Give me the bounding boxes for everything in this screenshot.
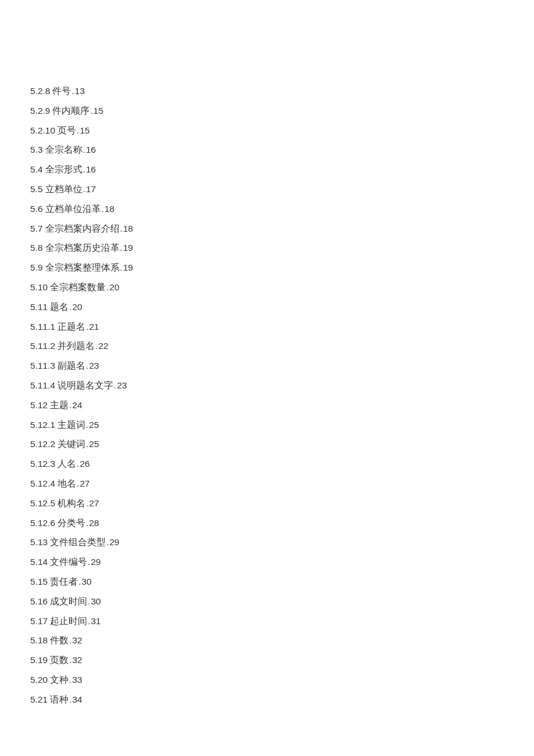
toc-separator: . [77, 478, 79, 488]
toc-separator: . [120, 243, 122, 253]
table-of-contents: 5.2.8件号.135.2.9件内顺序.155.2.10页号.155.3全宗名称… [30, 81, 505, 710]
toc-entry: 5.3全宗名称.16 [30, 140, 505, 160]
toc-entry: 5.13文件组合类型.29 [30, 532, 505, 552]
toc-entry-page: 21 [89, 322, 99, 332]
toc-entry-title: 文件组合类型 [50, 537, 106, 547]
toc-entry-title: 主题词 [57, 420, 85, 430]
toc-entry-title: 并列题名 [57, 341, 95, 351]
toc-entry-page: 15 [93, 106, 103, 116]
toc-entry-title: 全宗档案内容介绍 [45, 224, 120, 233]
toc-entry-page: 19 [123, 262, 133, 272]
toc-entry-title: 责任者 [50, 577, 78, 586]
toc-entry: 5.2.8件号.13 [30, 81, 505, 101]
toc-entry-title: 全宗名称 [45, 145, 82, 154]
toc-separator: . [120, 224, 122, 233]
toc-entry-page: 13 [75, 86, 85, 96]
toc-entry-title: 分类号 [57, 518, 85, 528]
toc-entry: 5.12主题.24 [30, 395, 505, 415]
toc-entry-page: 16 [86, 164, 96, 174]
toc-entry: 5.9全宗档案整理体系.19 [30, 258, 505, 278]
toc-separator: . [88, 557, 90, 567]
toc-entry-title: 关键词 [57, 439, 85, 449]
toc-separator: . [83, 184, 85, 194]
toc-entry: 5.19页数.32 [30, 650, 505, 670]
toc-entry-number: 5.3 [30, 145, 43, 154]
toc-entry: 5.17起止时间.31 [30, 611, 505, 631]
toc-entry-page: 32 [72, 635, 82, 645]
toc-entry: 5.11.2并列题名.22 [30, 336, 505, 356]
toc-entry-title: 立档单位沿革 [45, 204, 101, 214]
toc-entry-title: 文种 [50, 675, 68, 685]
toc-entry-title: 文件编号 [50, 557, 87, 567]
toc-entry: 5.18件数.32 [30, 631, 505, 650]
toc-entry: 5.8全宗档案历史沿革.19 [30, 238, 505, 258]
toc-entry-page: 15 [80, 125, 89, 135]
toc-entry: 5.6立档单位沿革.18 [30, 199, 505, 219]
toc-entry-title: 人名 [57, 459, 76, 469]
toc-entry: 5.12.3人名.26 [30, 454, 505, 474]
toc-entry: 5.20文种.33 [30, 670, 505, 690]
toc-entry-title: 全宗形式 [45, 164, 82, 174]
toc-entry-title: 说明题名文字 [57, 380, 113, 390]
toc-entry-number: 5.20 [30, 675, 48, 685]
toc-entry-title: 页号 [57, 125, 76, 135]
toc-entry-title: 副题名 [57, 361, 85, 370]
toc-entry-page: 26 [80, 459, 89, 469]
toc-entry-number: 5.11.3 [30, 361, 55, 370]
toc-entry-page: 25 [89, 439, 99, 449]
toc-entry: 5.21语种.34 [30, 690, 505, 710]
toc-entry-number: 5.21 [30, 694, 48, 704]
toc-entry-number: 5.8 [30, 243, 43, 253]
toc-entry: 5.11.4说明题名文字.23 [30, 376, 505, 395]
toc-entry-page: 23 [89, 361, 99, 370]
toc-entry-page: 19 [123, 243, 133, 253]
toc-separator: . [83, 145, 85, 154]
toc-entry-page: 18 [123, 224, 133, 233]
toc-entry-number: 5.14 [30, 557, 48, 567]
toc-separator: . [120, 262, 122, 272]
toc-entry: 5.12.2关键词.25 [30, 434, 505, 454]
toc-entry-title: 主题 [50, 400, 68, 410]
toc-entry-page: 33 [72, 675, 82, 685]
toc-entry-page: 29 [91, 557, 100, 567]
toc-separator: . [106, 537, 109, 547]
toc-entry-number: 5.12 [30, 400, 48, 410]
toc-entry-title: 件数 [50, 635, 68, 645]
toc-entry-page: 20 [72, 302, 82, 312]
toc-entry-page: 32 [72, 655, 82, 665]
toc-entry-page: 27 [89, 498, 99, 508]
toc-entry-number: 5.17 [30, 616, 48, 626]
toc-entry-number: 5.16 [30, 596, 48, 606]
toc-separator: . [77, 125, 79, 135]
toc-entry-number: 5.10 [30, 282, 48, 292]
toc-entry: 5.16成文时间.30 [30, 592, 505, 611]
toc-entry-title: 正题名 [57, 322, 85, 332]
toc-entry-number: 5.2.10 [30, 125, 55, 135]
toc-entry-number: 5.4 [30, 164, 43, 174]
toc-entry-number: 5.11.4 [30, 380, 55, 390]
toc-separator: . [83, 164, 85, 174]
toc-entry-number: 5.11.2 [30, 341, 55, 351]
toc-separator: . [78, 577, 81, 586]
toc-entry-page: 16 [86, 145, 96, 154]
toc-entry-number: 5.13 [30, 537, 48, 547]
toc-entry: 5.12.6分类号.28 [30, 513, 505, 533]
toc-entry-title: 地名 [57, 478, 76, 488]
toc-entry: 5.11.3副题名.23 [30, 356, 505, 376]
toc-separator: . [86, 518, 88, 528]
toc-entry-title: 机构名 [57, 498, 85, 508]
toc-entry-title: 件内顺序 [52, 106, 89, 116]
toc-entry-number: 5.18 [30, 635, 48, 645]
toc-entry-page: 22 [98, 341, 108, 351]
toc-entry: 5.11题名.20 [30, 297, 505, 317]
toc-separator: . [86, 420, 88, 430]
toc-entry: 5.14文件编号.29 [30, 552, 505, 572]
toc-entry-number: 5.19 [30, 655, 48, 665]
toc-entry: 5.12.5机构名.27 [30, 494, 505, 513]
toc-entry-title: 全宗档案数量 [50, 282, 106, 292]
toc-entry-number: 5.2.8 [30, 86, 50, 96]
toc-entry-page: 17 [86, 184, 96, 194]
toc-entry-number: 5.11.1 [30, 322, 55, 332]
toc-entry-number: 5.11 [30, 302, 48, 312]
toc-entry-number: 5.12.1 [30, 420, 55, 430]
